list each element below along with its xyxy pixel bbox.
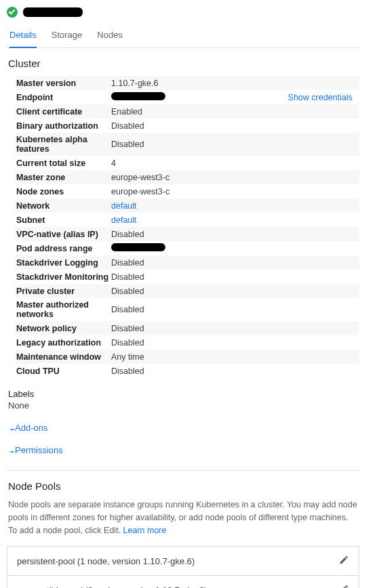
property-value: europe-west3-c bbox=[110, 173, 359, 182]
tab-details[interactable]: Details bbox=[9, 24, 37, 48]
property-key: Master authorized networks bbox=[15, 298, 110, 321]
property-key: Pod address range bbox=[15, 242, 110, 255]
tab-nodes[interactable]: Nodes bbox=[97, 24, 123, 47]
property-key: Stackdriver Monitoring bbox=[15, 270, 110, 284]
property-key: Network policy bbox=[15, 322, 110, 335]
property-row: Current total size4 bbox=[15, 156, 359, 170]
expander-label: Add-ons bbox=[15, 423, 47, 433]
redacted-value bbox=[111, 243, 165, 251]
property-key: Stackdriver Logging bbox=[15, 256, 110, 270]
expander-permissions[interactable]: ⌄⌄Permissions bbox=[8, 445, 359, 455]
nodepools-description: Node pools are separate instance groups … bbox=[8, 499, 358, 537]
property-row: Networkdefault bbox=[15, 198, 359, 213]
redacted-value bbox=[111, 92, 165, 100]
property-key: Endpoint bbox=[15, 91, 110, 104]
property-value: Disabled bbox=[110, 324, 359, 333]
property-value: Disabled bbox=[110, 230, 359, 239]
property-value: Disabled bbox=[110, 338, 359, 348]
property-key: Master version bbox=[15, 77, 110, 90]
property-row: Master zoneeurope-west3-c bbox=[15, 170, 359, 184]
property-key: Client certificate bbox=[15, 105, 110, 119]
property-value: Disabled bbox=[110, 258, 359, 268]
nodepool-label: preemptible-pool (3 nodes, version 1.10.… bbox=[17, 585, 207, 588]
property-row: Master version1.10.7-gke.6 bbox=[15, 76, 359, 90]
divider bbox=[7, 470, 359, 471]
property-value: Enabled bbox=[110, 107, 359, 117]
chevron-down-icon: ⌄⌄ bbox=[8, 447, 11, 453]
tab-bar: DetailsStorageNodes bbox=[7, 24, 359, 48]
chevron-down-icon: ⌄⌄ bbox=[8, 425, 11, 430]
section-title-cluster: Cluster bbox=[8, 58, 359, 69]
property-value: 4 bbox=[110, 159, 359, 168]
property-row: Master authorized networksDisabled bbox=[15, 298, 359, 321]
cluster-properties: Master version1.10.7-gke.6EndpointShow c… bbox=[15, 76, 359, 378]
property-value: 1.10.7-gke.6 bbox=[110, 79, 359, 88]
property-key: Private cluster bbox=[15, 285, 110, 298]
property-row: Private clusterDisabled bbox=[15, 284, 359, 298]
section-title-nodepools: Node Pools bbox=[8, 480, 359, 492]
tab-storage[interactable]: Storage bbox=[52, 24, 83, 47]
property-row: EndpointShow credentials bbox=[15, 90, 359, 104]
property-value: Disabled bbox=[110, 287, 359, 296]
property-row: Stackdriver LoggingDisabled bbox=[15, 255, 359, 270]
property-row: Kubernetes alpha featuresDisabled bbox=[15, 133, 359, 156]
nodepool-row[interactable]: persistent-pool (1 node, version 1.10.7-… bbox=[7, 546, 359, 576]
cluster-name-redacted bbox=[23, 7, 83, 17]
property-key: Binary authorization bbox=[15, 119, 110, 133]
property-row: Subnetdefault bbox=[15, 213, 359, 227]
property-row: Maintenance windowAny time bbox=[15, 350, 359, 364]
property-value[interactable]: default bbox=[110, 201, 359, 211]
property-key: Master zone bbox=[15, 171, 110, 184]
nodepool-list: persistent-pool (1 node, version 1.10.7-… bbox=[7, 546, 359, 588]
property-row: Node zoneseurope-west3-c bbox=[15, 184, 359, 198]
status-check-icon bbox=[7, 7, 18, 18]
expander-add-ons[interactable]: ⌄⌄Add-ons bbox=[8, 423, 359, 433]
property-value: Disabled bbox=[110, 305, 359, 314]
property-row: Network policyDisabled bbox=[15, 321, 359, 335]
property-row: VPC-native (alias IP)Disabled bbox=[15, 227, 359, 241]
property-key: Kubernetes alpha features bbox=[15, 133, 110, 156]
property-row: Cloud TPUDisabled bbox=[15, 364, 359, 378]
property-row: Client certificateEnabled bbox=[15, 104, 359, 119]
property-key: Current total size bbox=[15, 156, 110, 170]
labels-value: None bbox=[8, 400, 359, 411]
property-key: Legacy authorization bbox=[15, 336, 110, 350]
property-value: Disabled bbox=[110, 140, 359, 149]
edit-icon[interactable] bbox=[339, 555, 349, 567]
labels-block: Labels None bbox=[8, 389, 359, 411]
property-value bbox=[110, 92, 288, 102]
show-credentials-link[interactable]: Show credentials bbox=[288, 93, 352, 102]
property-value: Disabled bbox=[110, 121, 359, 131]
property-value[interactable]: default bbox=[110, 215, 359, 225]
property-key: Node zones bbox=[15, 185, 110, 198]
property-value: Any time bbox=[110, 352, 359, 362]
property-row: Binary authorizationDisabled bbox=[15, 119, 359, 133]
nodepool-label: persistent-pool (1 node, version 1.10.7-… bbox=[17, 556, 195, 566]
labels-title: Labels bbox=[8, 389, 359, 399]
property-row: Pod address range bbox=[15, 241, 359, 255]
property-key: Subnet bbox=[15, 213, 110, 227]
nodepools-desc-text: Node pools are separate instance groups … bbox=[8, 500, 357, 535]
nodepool-row[interactable]: preemptible-pool (3 nodes, version 1.10.… bbox=[7, 576, 359, 588]
property-value: Disabled bbox=[110, 272, 359, 282]
learn-more-link[interactable]: Learn more bbox=[123, 526, 167, 535]
property-row: Stackdriver MonitoringDisabled bbox=[15, 270, 359, 284]
edit-icon[interactable] bbox=[339, 584, 349, 588]
property-value: Disabled bbox=[110, 366, 359, 376]
property-key: Maintenance window bbox=[15, 350, 110, 364]
property-row: Legacy authorizationDisabled bbox=[15, 335, 359, 350]
property-key: Network bbox=[15, 199, 110, 213]
property-key: Cloud TPU bbox=[15, 364, 110, 378]
property-value bbox=[110, 243, 359, 253]
page-header bbox=[7, 7, 359, 18]
expander-label: Permissions bbox=[15, 445, 63, 455]
property-value: europe-west3-c bbox=[110, 187, 359, 196]
property-key: VPC-native (alias IP) bbox=[15, 228, 110, 241]
